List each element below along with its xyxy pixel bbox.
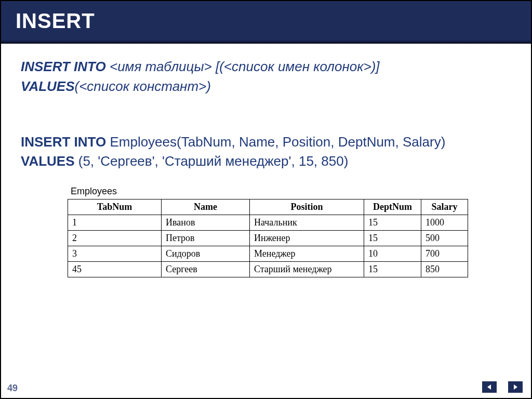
cell: 15 <box>364 262 421 277</box>
slide-title: INSERT <box>16 9 516 33</box>
cell: Инженер <box>250 231 364 246</box>
title-bar: INSERT <box>1 1 531 44</box>
cell: 10 <box>364 246 421 262</box>
employees-table: TabNum Name Position DeptNum Salary 1 Ив… <box>68 199 468 277</box>
syntax-part-2: (<список констант>) <box>75 78 211 94</box>
cell: Старший менеджер <box>250 262 364 277</box>
arrow-left-icon <box>486 383 493 391</box>
example-kw-values: VALUES <box>21 153 75 169</box>
syntax-part-1: <имя таблицы> [(<список имен колонок>)] <box>106 59 380 74</box>
syntax-kw-values: VALUES <box>21 78 75 94</box>
cell: 2 <box>68 231 162 246</box>
cell: 15 <box>364 231 421 246</box>
col-header: DeptNum <box>364 200 421 215</box>
table-row: 1 Иванов Начальник 15 1000 <box>68 215 468 231</box>
cell: 15 <box>364 215 421 231</box>
cell: 1 <box>68 215 162 231</box>
slide-root: INSERT INSERT INTO <имя таблицы> [(<спис… <box>0 0 532 399</box>
cell: 1000 <box>421 215 468 231</box>
col-header: TabNum <box>68 200 162 215</box>
slide-content: INSERT INTO <имя таблицы> [(<список имен… <box>1 44 531 398</box>
cell: Иванов <box>162 215 250 231</box>
example-kw-insert-into: INSERT INTO <box>21 134 106 150</box>
col-header: Name <box>162 200 250 215</box>
table-wrap: Employees TabNum Name Position DeptNum S… <box>21 186 511 277</box>
col-header: Salary <box>421 200 468 215</box>
cell: Петров <box>162 231 250 246</box>
arrow-right-icon <box>512 383 519 391</box>
sql-syntax-block: INSERT INTO <имя таблицы> [(<список имен… <box>21 57 511 96</box>
prev-button[interactable] <box>482 381 497 393</box>
page-number: 49 <box>7 383 18 394</box>
cell: 850 <box>421 262 468 277</box>
next-button[interactable] <box>508 381 523 393</box>
svg-marker-0 <box>487 384 491 390</box>
cell: 3 <box>68 246 162 262</box>
example-part-2: (5, 'Сергеев', 'Старший менеджер', 15, 8… <box>75 153 349 169</box>
cell: Менеджер <box>250 246 364 262</box>
cell: Начальник <box>250 215 364 231</box>
syntax-kw-insert-into: INSERT INTO <box>21 59 106 74</box>
cell: 500 <box>421 231 468 246</box>
table-row: 2 Петров Инженер 15 500 <box>68 231 468 246</box>
table-label: Employees <box>71 186 511 197</box>
example-part-1: Employees(TabNum, Name, Position, DeptNu… <box>106 134 445 150</box>
cell: 45 <box>68 262 162 277</box>
table-row: 3 Сидоров Менеджер 10 700 <box>68 246 468 262</box>
cell: 700 <box>421 246 468 262</box>
svg-marker-1 <box>514 384 517 390</box>
table-header-row: TabNum Name Position DeptNum Salary <box>68 200 468 215</box>
cell: Сергеев <box>162 262 250 277</box>
nav-controls <box>482 381 523 393</box>
col-header: Position <box>250 200 364 215</box>
cell: Сидоров <box>162 246 250 262</box>
sql-example-block: INSERT INTO Employees(TabNum, Name, Posi… <box>21 132 511 170</box>
table-row: 45 Сергеев Старший менеджер 15 850 <box>68 262 468 277</box>
